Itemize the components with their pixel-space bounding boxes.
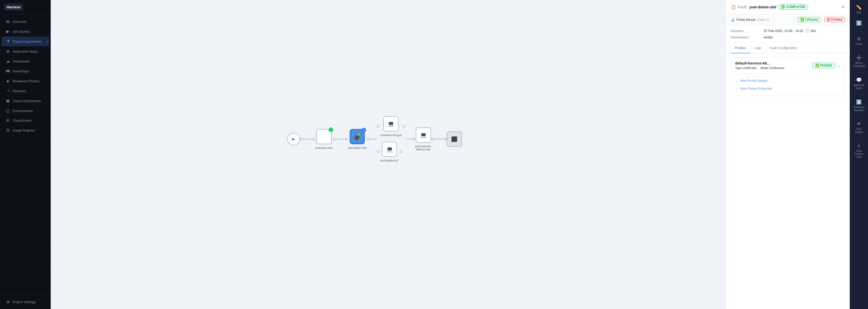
end-node[interactable]: ⬛ xyxy=(446,132,462,147)
evaluate-check: ✓ xyxy=(329,128,333,132)
probe-icon: 🔬 xyxy=(731,18,735,22)
flask-icon: ⚗ xyxy=(6,39,10,44)
duration-label: Duration: xyxy=(731,29,761,33)
tab-logs[interactable]: Logs xyxy=(750,43,765,53)
completed-badge: ✅ COMPLETED xyxy=(778,4,808,10)
probe-result-label: 🔬 Probe Result (Total 1) xyxy=(731,18,769,22)
sidebar-item-label: Environments xyxy=(13,109,33,113)
network-latency-node[interactable]: 💻 pod-network-latency-dax xyxy=(415,128,431,151)
toolbar-download-manifest[interactable]: ⬇️ Download Manifest xyxy=(851,97,867,114)
end-node-box: ⬛ xyxy=(446,132,462,147)
sidebar-item-get-started[interactable]: ▶ Get Started xyxy=(2,27,49,36)
container-kill-box: 💻 xyxy=(383,116,398,132)
failed-count: 0 xyxy=(831,18,833,21)
toolbar-divider-2 xyxy=(854,50,864,51)
view-probe-properties-label: View Probe Properties xyxy=(740,87,772,90)
toolbar-info[interactable]: ℹ️ xyxy=(851,18,867,29)
close-button[interactable]: × xyxy=(842,4,845,9)
probe-meta: Type cmdProbe Mode Continuous xyxy=(735,66,784,70)
connector-dot-10 xyxy=(412,138,415,140)
container-kill-node[interactable]: 💻 container-kill-gua xyxy=(380,116,402,137)
toolbar-add-to-chaoshub[interactable]: ➕ Add to ChaosHub xyxy=(851,53,867,70)
sidebar-item-overview[interactable]: ⊞ Overview xyxy=(2,17,49,26)
workflow-diagram: ▶ 🛡 ✓ evaluate-rules xyxy=(287,116,462,162)
pod-delete-label: pod-delete-z6d xyxy=(348,146,366,149)
passed-status-text: PASSED xyxy=(820,64,832,67)
clone-label: Clone xyxy=(856,43,862,46)
connector-dot-7 xyxy=(402,125,405,128)
connector-line-2 xyxy=(335,139,345,139)
evaluate-node[interactable]: 🛡 ✓ evaluate-rules xyxy=(315,129,333,149)
sidebar-item-label: Chaos Dashboards xyxy=(13,99,41,103)
sidebar-item-application-maps[interactable]: ⊕ Application Maps xyxy=(2,47,49,56)
details-section: Duration: 27 Feb 2025, 14:30 - 14:31 🕐 5… xyxy=(726,25,850,43)
tab-fault-configuration[interactable]: Fault Configuration xyxy=(765,43,801,53)
overview-icon: ⊞ xyxy=(6,19,10,24)
toolbar-divider-4 xyxy=(854,94,864,95)
pipeline-icon: ⊣ xyxy=(6,89,10,93)
connector-dot-8 xyxy=(377,150,379,153)
sidebar-item-image-registry[interactable]: ⊟ Image Registry xyxy=(2,125,49,135)
sidebar-item-chaosguard[interactable]: ⛨ ChaosGuard xyxy=(2,116,49,125)
right-toolbar: ✏️ Edit ℹ️ ⧉ Clone ➕ Add to ChaosHub 💬 A… xyxy=(850,0,868,309)
notes-icon: 💬 xyxy=(856,77,862,83)
probe-result-bar: 🔬 Probe Result (Total 1) ✅ 1 Passed ❌ 0 … xyxy=(726,14,850,25)
play-icon: ▶ xyxy=(6,29,10,34)
toolbar-clone[interactable]: ⧉ Clone xyxy=(851,34,867,48)
right-panel: 📋 Fault: pod-delete-z6d ✅ COMPLETED × 🔬 … xyxy=(725,0,850,309)
connector-dot-9 xyxy=(400,150,402,153)
pod-delete-hy7-node[interactable]: 💻 pod-delete-hy7 xyxy=(380,142,399,162)
probe-expand-section: ⌄ View Probe Details ⌄ View Probe Proper… xyxy=(731,74,844,95)
start-node[interactable]: ▶ xyxy=(287,133,300,145)
sidebar-item-gamedays[interactable]: 🎮 GameDays xyxy=(2,66,49,76)
toolbar-divider-6 xyxy=(854,138,864,139)
sidebar-item-chaos-experiments[interactable]: ⚗ Chaos Experiments ← xyxy=(2,36,49,46)
failed-count-badge: ❌ 0 Failed xyxy=(825,17,845,22)
sidebar-item-chaos-dashboards[interactable]: ▦ Chaos Dashboards xyxy=(2,96,49,106)
panel-header: 📋 Fault: pod-delete-z6d ✅ COMPLETED × xyxy=(726,0,850,14)
network-latency-box: 💻 xyxy=(415,128,431,143)
toolbar-edit[interactable]: ✏️ Edit xyxy=(851,2,867,17)
clone-icon: ⧉ xyxy=(857,36,861,41)
sidebar-item-environments[interactable]: ◫ Environments xyxy=(2,106,49,115)
passed-badge: ✅ PASSED xyxy=(812,63,835,68)
completed-label: COMPLETED xyxy=(786,5,805,9)
toolbar-view-timeline[interactable]: ≡ View Timeline View xyxy=(851,141,867,161)
sidebar-item-pipelines[interactable]: ⊣ Pipelines xyxy=(2,86,49,96)
check-circle-icon: ✅ xyxy=(781,5,785,9)
bottom-branch: 💻 pod-delete-hy7 xyxy=(377,142,405,162)
canvas-area[interactable]: ▶ 🛡 ✓ evaluate-rules xyxy=(51,0,725,309)
download-icon: ⬇️ xyxy=(856,99,862,105)
view-probe-properties-row[interactable]: ⌄ View Probe Properties xyxy=(735,85,840,92)
pod-delete-check: ✓ xyxy=(362,128,366,132)
sidebar-item-label: Application Maps xyxy=(13,50,38,53)
toolbar-add-view-notes[interactable]: 💬 Add/View Notes xyxy=(851,75,867,92)
sidebar-item-project-settings[interactable]: ⚙ Project Settings xyxy=(2,297,49,307)
gameday-icon: 🎮 xyxy=(6,69,10,74)
connector-dot-12 xyxy=(444,138,446,140)
sidebar-item-label: Image Registry xyxy=(13,129,35,132)
namespace-value: amityt xyxy=(764,35,845,39)
dashboard-icon: ▦ xyxy=(6,99,10,103)
sidebar-item-resilience-probes[interactable]: ◈ Resilience Probes xyxy=(2,76,49,86)
tab-probes[interactable]: Probes xyxy=(731,43,750,53)
view-probe-details-row[interactable]: ⌄ View Probe Details xyxy=(735,77,840,85)
add-chaoshub-icon: ➕ xyxy=(856,55,862,61)
connector-line-1 xyxy=(303,139,313,139)
probe-item-info: default-harness-k8... Type cmdProbe Mode… xyxy=(735,61,784,70)
active-arrow: ← xyxy=(46,39,51,44)
passed-text: Passed xyxy=(807,18,818,21)
node-start: ▶ xyxy=(287,133,300,145)
toolbar-divider-5 xyxy=(854,116,864,117)
toolbar-view-report[interactable]: 👁 View Report xyxy=(851,119,867,136)
probe-expand-button[interactable]: ⌄ xyxy=(837,63,840,68)
evaluate-node-box: 🛡 ✓ xyxy=(316,129,332,144)
connector-dot-4 xyxy=(345,138,348,140)
start-node-box: ▶ xyxy=(287,133,300,145)
sidebar-item-chaoshubs[interactable]: ☁ ChaosHubs xyxy=(2,56,49,66)
clock-icon: 🕐 xyxy=(805,29,809,33)
network-latency-label: pod-network-latency-dax xyxy=(415,145,431,151)
pod-delete-node[interactable]: 💣 ✓ pod-delete-z6d xyxy=(348,129,366,149)
sidebar-bottom: ⚙ Project Settings xyxy=(0,294,51,309)
sidebar-item-label: Pipelines xyxy=(13,89,26,93)
